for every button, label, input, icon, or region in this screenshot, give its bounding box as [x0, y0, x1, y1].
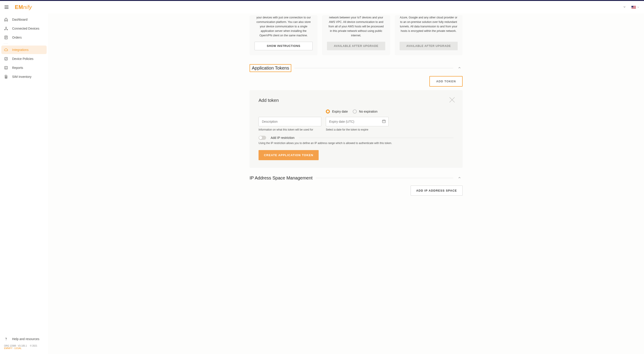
- integration-card-aws: network between your IoT devices and you…: [322, 15, 390, 55]
- sidebar-item-dashboard[interactable]: Dashboard: [1, 15, 47, 24]
- no-expiration-radio[interactable]: No expiration: [353, 110, 378, 114]
- ip-restriction-toggle[interactable]: [258, 136, 266, 140]
- sidebar: Dashboard Connected Devices Orders Integ: [0, 1, 48, 354]
- sidebar-item-label: Reports: [12, 66, 23, 70]
- sidebar-item-label: Dashboard: [12, 18, 28, 21]
- logo-text-1: EM: [15, 4, 23, 10]
- svg-rect-7: [5, 58, 8, 60]
- expiry-date-input[interactable]: [326, 117, 388, 126]
- topbar: EMnify: [0, 1, 644, 14]
- svg-point-0: [6, 27, 6, 28]
- radio-checked-icon: [326, 110, 330, 114]
- expiry-hint: Select a date for the token to expire: [326, 128, 388, 131]
- help-and-resources[interactable]: Help and resources: [3, 335, 45, 343]
- ip-restriction-label: Add IP restriction: [271, 136, 294, 140]
- section-title: IP Address Space Management: [250, 175, 312, 181]
- orders-icon: [4, 36, 8, 40]
- upgrade-required-button: AVAILABLE AFTER UPGRADE: [327, 42, 385, 50]
- footer-org: ORG 12088 · V3.105.1: [4, 344, 27, 347]
- logo-text-2: nify: [23, 4, 32, 10]
- card-description: network between your IoT devices and you…: [327, 15, 385, 38]
- svg-point-2: [7, 29, 8, 30]
- close-panel-button[interactable]: [448, 96, 456, 104]
- sidebar-item-label: Integrations: [12, 48, 28, 52]
- ip-restriction-hint: Using the IP restriction allows you to d…: [258, 142, 454, 145]
- account-dropdown[interactable]: [623, 6, 626, 9]
- footer-meta: ORG 12088 · V3.105.1 © 2021 EMNIFY · LEG…: [3, 343, 45, 352]
- svg-point-1: [4, 29, 5, 30]
- description-input[interactable]: [258, 117, 321, 126]
- collapse-section-button[interactable]: [456, 65, 462, 72]
- home-icon: [4, 18, 8, 22]
- logo[interactable]: EMnify: [15, 4, 32, 10]
- panel-title: Add token: [258, 98, 454, 103]
- integration-card-openvpn: your devices with just one connection to…: [250, 15, 318, 55]
- radio-unchecked-icon: [353, 110, 357, 114]
- description-hint: Information on what this token will be u…: [258, 128, 321, 131]
- cloud-icon: [4, 48, 8, 52]
- radio-label: No expiration: [359, 110, 378, 113]
- show-instructions-button[interactable]: SHOW INSTRUCTIONS: [254, 42, 312, 50]
- main-content: your devices with just one connection to…: [48, 1, 644, 354]
- footer-link-legal[interactable]: LEGAL: [14, 347, 22, 349]
- sidebar-item-label: Orders: [12, 36, 22, 39]
- expiry-date-radio[interactable]: Expiry date: [326, 110, 348, 114]
- section-application-tokens-header: Application Tokens: [250, 64, 462, 72]
- svg-rect-12: [6, 77, 7, 78]
- create-application-token-button[interactable]: CREATE APPLICATION TOKEN: [258, 150, 319, 160]
- section-ip-space-header: IP Address Space Management: [250, 175, 462, 181]
- add-ip-address-space-button[interactable]: ADD IP ADDRESS SPACE: [410, 186, 462, 196]
- add-token-button[interactable]: ADD TOKEN: [430, 76, 462, 87]
- flag-us-icon: [632, 6, 636, 9]
- sidebar-item-connected-devices[interactable]: Connected Devices: [1, 24, 47, 33]
- help-label: Help and resources: [12, 337, 39, 341]
- policies-icon: [4, 57, 8, 61]
- menu-toggle[interactable]: [4, 6, 8, 9]
- card-description: your devices with just one connection to…: [254, 15, 312, 38]
- sidebar-item-label: SIM Inventory: [12, 75, 32, 79]
- upgrade-required-button: AVAILABLE AFTER UPGRADE: [400, 42, 458, 50]
- integration-cards: your devices with just one connection to…: [250, 15, 462, 55]
- sidebar-item-device-policies[interactable]: Device Policies: [1, 55, 47, 63]
- radio-label: Expiry date: [332, 110, 348, 113]
- sidebar-item-reports[interactable]: Reports: [1, 64, 47, 72]
- chevron-down-icon: [637, 6, 640, 9]
- sidebar-item-label: Connected Devices: [12, 27, 39, 30]
- collapse-section-button[interactable]: [456, 175, 462, 181]
- footer-copy: © 2021: [30, 344, 37, 347]
- devices-icon: [4, 27, 8, 31]
- sim-icon: [4, 75, 8, 79]
- sidebar-item-orders[interactable]: Orders: [1, 33, 47, 42]
- sidebar-item-label: Device Policies: [12, 57, 34, 61]
- card-description: Azure, Google and any other cloud provid…: [400, 15, 458, 38]
- integration-card-cloud: Azure, Google and any other cloud provid…: [395, 15, 462, 55]
- sidebar-item-integrations[interactable]: Integrations: [1, 46, 47, 54]
- section-title: Application Tokens: [250, 64, 291, 72]
- sidebar-item-sim-inventory[interactable]: SIM Inventory: [1, 73, 47, 81]
- add-token-panel: Add token Information on what this token…: [250, 90, 462, 168]
- reports-icon: [4, 66, 8, 70]
- language-selector[interactable]: [632, 6, 640, 9]
- help-icon: [4, 337, 8, 341]
- footer-link-emnify[interactable]: EMNIFY: [4, 347, 12, 349]
